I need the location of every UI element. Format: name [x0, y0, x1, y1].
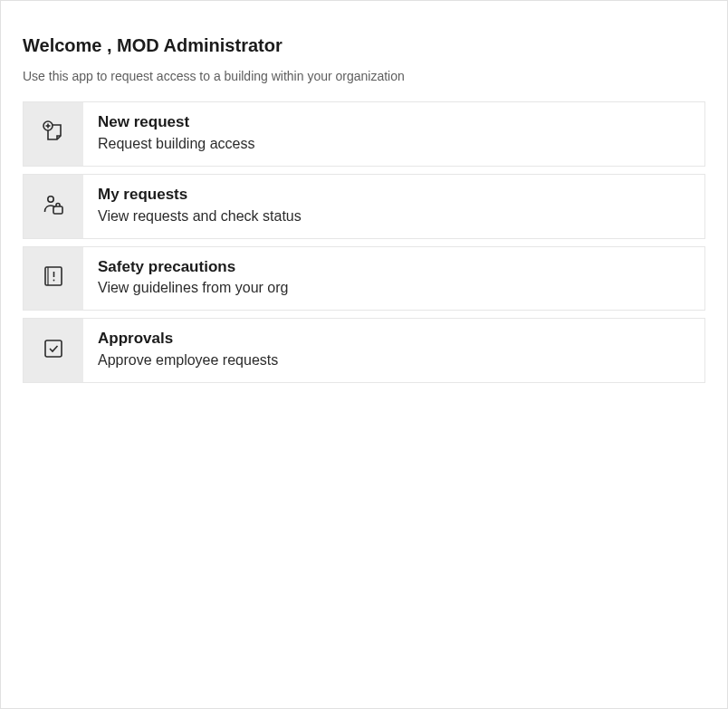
card-body: Approvals Approve employee requests [83, 319, 292, 382]
welcome-subtitle: Use this app to request access to a buil… [23, 69, 705, 83]
person-bag-icon [41, 192, 66, 221]
my-requests-card[interactable]: My requests View requests and check stat… [23, 174, 705, 239]
card-icon-box [24, 319, 83, 382]
card-desc: Approve employee requests [98, 350, 278, 371]
card-title: Safety precautions [98, 256, 288, 278]
card-list: New request Request building access My r… [23, 101, 705, 383]
app-container: Welcome , MOD Administrator Use this app… [0, 0, 728, 709]
card-title: Approvals [98, 328, 278, 350]
safety-precautions-card[interactable]: Safety precautions View guidelines from … [23, 246, 705, 311]
check-box-icon [41, 336, 66, 365]
plus-note-icon [41, 120, 66, 149]
card-icon-box [24, 102, 83, 166]
card-desc: View guidelines from your org [98, 277, 288, 299]
svg-point-3 [48, 196, 53, 201]
svg-point-7 [53, 280, 55, 282]
card-desc: Request building access [98, 133, 254, 155]
card-title: My requests [98, 184, 302, 206]
alert-page-icon [41, 263, 66, 292]
welcome-title: Welcome , MOD Administrator [23, 35, 705, 56]
card-body: New request Request building access [83, 102, 269, 166]
approvals-card[interactable]: Approvals Approve employee requests [23, 318, 705, 383]
card-body: My requests View requests and check stat… [83, 175, 316, 238]
svg-rect-4 [53, 206, 62, 214]
card-icon-box [24, 247, 83, 311]
card-icon-box [24, 175, 83, 238]
card-desc: View requests and check status [98, 206, 302, 227]
card-title: New request [98, 111, 254, 133]
svg-rect-8 [45, 340, 62, 357]
card-body: Safety precautions View guidelines from … [83, 247, 302, 311]
new-request-card[interactable]: New request Request building access [23, 101, 705, 167]
